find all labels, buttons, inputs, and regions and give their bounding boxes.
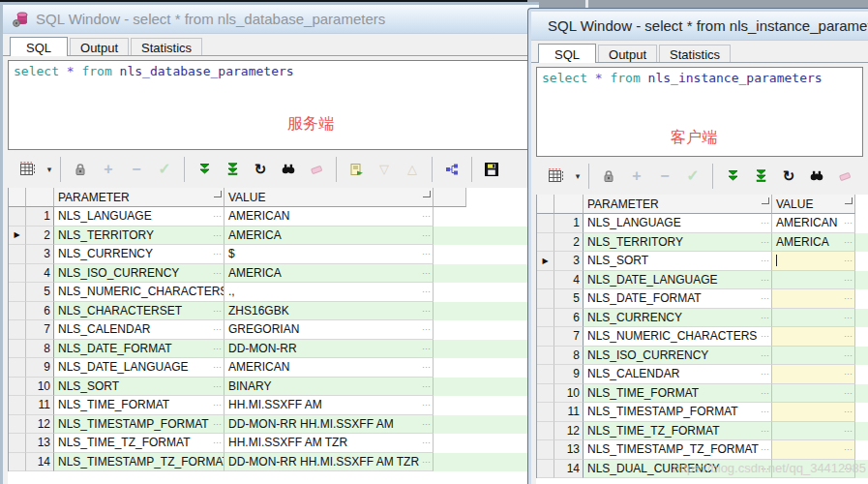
insert-row-button[interactable]: + <box>97 157 120 182</box>
cell-expand-icon[interactable]: ··· <box>761 237 771 247</box>
cell-expand-icon[interactable]: ··· <box>422 419 433 429</box>
row-selector[interactable] <box>9 434 26 453</box>
value-cell[interactable]: BINARY··· <box>224 378 434 397</box>
cell-expand-icon[interactable]: ··· <box>422 362 433 372</box>
row-selector[interactable]: ▶ <box>537 252 554 271</box>
cell-expand-icon[interactable]: ··· <box>761 369 771 378</box>
cell-expand-icon[interactable]: ··· <box>844 369 854 378</box>
table-row[interactable]: ▶2NLS_TERRITORY···AMERICA··· <box>9 227 539 246</box>
insert-row-button[interactable]: + <box>625 164 648 189</box>
cell-expand-icon[interactable]: ··· <box>422 381 433 391</box>
cell-expand-icon[interactable]: ··· <box>422 324 433 334</box>
cell-expand-icon[interactable]: ··· <box>213 249 224 258</box>
fetch-next-page-button[interactable] <box>721 164 744 189</box>
tab-sql[interactable]: SQL <box>538 44 596 63</box>
cell-expand-icon[interactable]: ··· <box>761 350 771 360</box>
tab-output[interactable]: Output <box>598 45 657 62</box>
parameter-cell[interactable]: NLS_CURRENCY··· <box>584 309 772 328</box>
row-selector[interactable] <box>537 347 554 366</box>
parameter-cell[interactable]: NLS_NUMERIC_CHARACTERS··· <box>54 283 224 302</box>
cell-expand-icon[interactable]: ··· <box>761 444 771 454</box>
row-selector[interactable] <box>537 460 554 479</box>
cell-expand-icon[interactable]: ··· <box>761 256 771 265</box>
row-number[interactable]: 10 <box>26 378 54 397</box>
cell-expand-icon[interactable]: ··· <box>844 256 854 265</box>
parameter-cell[interactable]: NLS_ISO_CURRENCY··· <box>584 347 772 366</box>
value-cell[interactable]: GREGORIAN··· <box>224 320 434 340</box>
parameter-cell[interactable]: NLS_TIMESTAMP_FORMAT··· <box>54 415 224 435</box>
row-number[interactable]: 14 <box>26 453 54 472</box>
grid-view-button[interactable] <box>544 164 567 189</box>
row-selector[interactable] <box>537 271 554 290</box>
cell-expand-icon[interactable]: ··· <box>761 426 771 436</box>
find-button[interactable] <box>277 157 300 182</box>
titlebar[interactable]: SQL Window - select * from nls_database_… <box>3 5 539 34</box>
table-row[interactable]: 12NLS_TIME_TZ_FORMAT······ <box>537 422 868 441</box>
parameter-cell[interactable]: NLS_DATE_FORMAT··· <box>584 289 772 309</box>
value-cell[interactable]: ··· <box>772 327 855 347</box>
row-selector[interactable] <box>537 440 554 460</box>
value-cell[interactable]: AMERICAN··· <box>772 214 855 233</box>
table-row[interactable]: 8NLS_DATE_FORMAT···DD-MON-RR··· <box>9 340 539 359</box>
row-number[interactable]: 2 <box>554 233 584 253</box>
table-row[interactable]: 5NLS_NUMERIC_CHARACTERS···.,··· <box>9 283 539 302</box>
table-row[interactable]: 5NLS_DATE_FORMAT······ <box>537 289 868 309</box>
cell-expand-icon[interactable]: ··· <box>422 249 433 258</box>
cell-expand-icon[interactable]: ··· <box>213 400 224 409</box>
parameter-cell[interactable]: NLS_TIMESTAMP_FORMAT··· <box>584 403 772 422</box>
value-cell[interactable]: ZHS16GBK··· <box>224 302 434 321</box>
cell-expand-icon[interactable]: ··· <box>761 388 771 398</box>
value-cell[interactable]: DD-MON-RR HH.MI.SSXFF AM TZR··· <box>224 453 434 472</box>
table-row[interactable]: 12NLS_TIMESTAMP_FORMAT···DD-MON-RR HH.MI… <box>9 415 539 435</box>
row-selector[interactable] <box>537 384 554 404</box>
parameter-cell[interactable]: NLS_TERRITORY··· <box>584 233 772 253</box>
row-selector[interactable] <box>537 422 554 441</box>
cell-expand-icon[interactable]: ··· <box>422 438 433 447</box>
parameter-cell[interactable]: NLS_TIMESTAMP_TZ_FORMAT··· <box>584 440 772 460</box>
parameter-cell[interactable]: NLS_DATE_LANGUAGE··· <box>584 271 772 290</box>
delete-row-button[interactable]: − <box>125 157 148 182</box>
row-selector[interactable] <box>537 327 554 347</box>
delete-row-button[interactable]: − <box>653 164 676 189</box>
cell-expand-icon[interactable]: ··· <box>422 306 433 316</box>
row-selector[interactable] <box>9 396 26 415</box>
parameter-cell[interactable]: NLS_LANGUAGE··· <box>54 207 224 227</box>
row-number[interactable]: 13 <box>26 434 54 453</box>
cell-expand-icon[interactable]: ··· <box>844 426 854 436</box>
table-row[interactable]: 10NLS_TIME_FORMAT······ <box>537 384 868 404</box>
header-parameter[interactable]: PARAMETER <box>54 188 224 207</box>
parameter-cell[interactable]: NLS_CURRENCY··· <box>54 245 224 264</box>
value-cell[interactable]: HH.MI.SSXFF AM TZR··· <box>224 434 434 453</box>
parameter-cell[interactable]: NLS_DATE_FORMAT··· <box>54 340 224 359</box>
sort-descending-button[interactable]: ▽ <box>373 157 396 182</box>
cell-expand-icon[interactable]: ··· <box>761 313 771 322</box>
table-row[interactable]: 9NLS_DATE_LANGUAGE···AMERICAN··· <box>9 358 539 378</box>
fetch-next-page-button[interactable] <box>193 157 216 182</box>
parameter-cell[interactable]: NLS_TIME_TZ_FORMAT··· <box>54 434 224 453</box>
table-row[interactable]: 8NLS_ISO_CURRENCY······ <box>537 347 868 366</box>
row-selector[interactable] <box>537 214 554 233</box>
table-row[interactable]: 6NLS_CURRENCY······ <box>537 309 868 328</box>
cell-expand-icon[interactable]: ··· <box>761 293 771 303</box>
cell-expand-icon[interactable]: ··· <box>844 444 854 454</box>
fetch-last-page-button[interactable] <box>221 157 244 182</box>
row-selector[interactable] <box>9 415 26 435</box>
row-number[interactable]: 3 <box>26 245 54 264</box>
refresh-button[interactable]: ↻ <box>777 164 800 189</box>
value-cell[interactable]: ··· <box>772 289 855 309</box>
cell-expand-icon[interactable]: ··· <box>844 237 854 247</box>
table-row[interactable]: 1NLS_LANGUAGE···AMERICAN··· <box>537 214 868 233</box>
cell-expand-icon[interactable]: ··· <box>844 218 854 227</box>
row-selector[interactable] <box>9 358 26 378</box>
row-selector[interactable] <box>9 302 26 321</box>
table-row[interactable]: 9NLS_CALENDAR······ <box>537 365 868 384</box>
cell-expand-icon[interactable]: ··· <box>844 407 854 416</box>
table-row[interactable]: 10NLS_SORT···BINARY··· <box>9 378 539 397</box>
cell-expand-icon[interactable]: ··· <box>422 287 433 296</box>
grid-view-button[interactable] <box>15 157 39 182</box>
value-cell[interactable]: AMERICA··· <box>224 264 434 284</box>
value-cell[interactable]: DD-MON-RR··· <box>224 340 434 359</box>
row-number[interactable]: 9 <box>26 358 54 378</box>
cell-expand-icon[interactable]: ··· <box>761 407 771 416</box>
cell-expand-icon[interactable]: ··· <box>213 324 224 334</box>
